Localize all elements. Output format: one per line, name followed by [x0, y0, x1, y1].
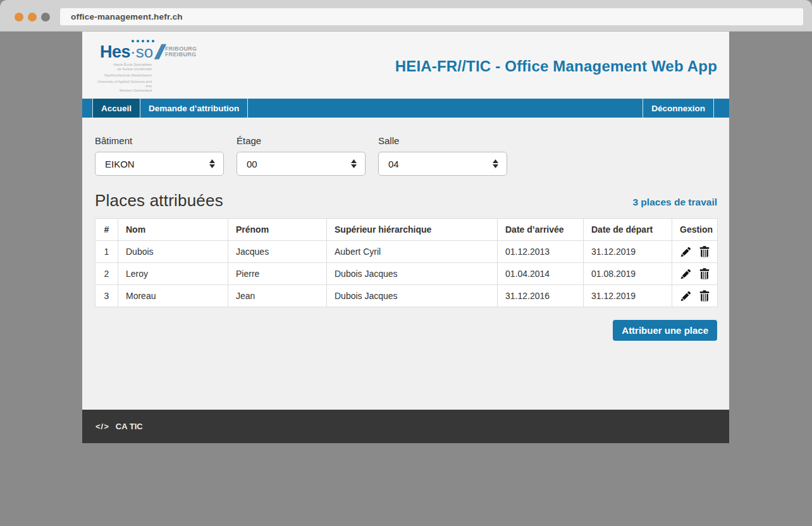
table-row: 1 Dubois Jacques Aubert Cyril 01.12.2013…	[95, 241, 718, 263]
select-stepper-icon	[351, 159, 357, 168]
etage-label: Étage	[237, 135, 366, 146]
etage-select[interactable]: 00	[237, 152, 366, 176]
logo-slashes-icon: //	[155, 44, 162, 61]
desktop-background: { "browser": { "url": "office-management…	[0, 0, 812, 526]
workplace-count-badge: 3 places de travail	[632, 197, 717, 211]
logo-brand-hes: Hes	[100, 45, 130, 59]
page-title: HEIA-FR//TIC - Office Management Web App	[395, 58, 717, 75]
hes-so-logo: Hes·so // FRIBOURG FREIBURG Haute École …	[95, 40, 228, 93]
nav-item-demande-attribution[interactable]: Demande d’attribution	[140, 99, 248, 118]
navbar-filler	[248, 99, 643, 118]
page-footer: </> CA TIC	[82, 410, 729, 443]
batiment-select[interactable]: EIKON	[95, 152, 224, 176]
filter-batiment: Bâtiment EIKON	[95, 135, 224, 176]
action-button-row: Attribuer une place	[95, 320, 717, 341]
logo-brand-so: ·so	[130, 45, 153, 59]
table-row: 2 Leroy Pierre Dubois Jacques 01.04.2014…	[95, 263, 718, 285]
attribuer-une-place-button[interactable]: Attribuer une place	[613, 320, 717, 341]
main-content: Bâtiment EIKON Étage 00	[82, 135, 729, 341]
filter-row: Bâtiment EIKON Étage 00	[95, 135, 717, 176]
batiment-select-value: EIKON	[105, 159, 209, 169]
etage-select-value: 00	[247, 159, 351, 169]
navbar-spacer	[82, 99, 93, 118]
salle-label: Salle	[378, 135, 507, 146]
address-bar[interactable]: office-management.hefr.ch	[60, 8, 803, 25]
delete-trash-icon[interactable]	[699, 290, 710, 302]
salle-select[interactable]: 04	[378, 152, 507, 176]
browser-chrome: office-management.hefr.ch	[0, 0, 812, 32]
edit-pencil-icon[interactable]	[680, 269, 691, 279]
delete-trash-icon[interactable]	[699, 246, 710, 257]
col-header-arrivee: Date d’arrivée	[498, 219, 584, 241]
select-stepper-icon	[493, 159, 498, 168]
section-header-row: Places attribuées 3 places de travail	[95, 191, 717, 211]
col-header-gestion: Gestion	[672, 219, 718, 241]
code-icon: </>	[95, 422, 109, 431]
window-zoom-button[interactable]	[41, 13, 50, 21]
select-stepper-icon	[209, 159, 215, 168]
col-header-prenom: Prénom	[228, 219, 327, 241]
delete-trash-icon[interactable]	[699, 268, 710, 279]
navbar-spacer-right	[714, 99, 729, 118]
edit-pencil-icon[interactable]	[680, 247, 691, 257]
salle-select-value: 04	[388, 159, 493, 169]
footer-label: CA TIC	[116, 422, 143, 431]
table-row: 3 Moreau Jean Dubois Jacques 31.12.2016 …	[95, 285, 718, 307]
filter-etage: Étage 00	[237, 135, 366, 176]
window-minimize-button[interactable]	[28, 13, 37, 21]
table-header-row: # Nom Prénom Supérieur hiérarchique Date…	[95, 219, 718, 241]
col-header-depart: Date de départ	[584, 219, 672, 241]
col-header-superieur: Supérieur hiérarchique	[327, 219, 498, 241]
page-header: Hes·so // FRIBOURG FREIBURG Haute École …	[82, 32, 729, 99]
logo-region: FRIBOURG FREIBURG	[165, 46, 197, 58]
col-header-num: #	[95, 219, 118, 241]
section-heading: Places attribuées	[95, 191, 223, 211]
filter-salle: Salle 04	[378, 135, 507, 176]
window-close-button[interactable]	[15, 13, 23, 21]
nav-item-deconnexion[interactable]: Déconnexion	[643, 99, 714, 118]
main-navbar: Accueil Demande d’attribution Déconnexio…	[82, 99, 729, 118]
batiment-label: Bâtiment	[95, 135, 224, 146]
address-bar-url: office-management.hefr.ch	[71, 12, 183, 21]
logo-dots-icon	[132, 40, 228, 42]
logo-subtitles: Haute École Spécialisée de Suisse occide…	[95, 63, 152, 93]
web-page: Hes·so // FRIBOURG FREIBURG Haute École …	[82, 32, 729, 443]
col-header-nom: Nom	[118, 219, 228, 241]
nav-item-accueil[interactable]: Accueil	[93, 99, 140, 118]
edit-pencil-icon[interactable]	[680, 291, 691, 302]
window-controls	[15, 13, 50, 21]
places-table: # Nom Prénom Supérieur hiérarchique Date…	[95, 218, 718, 307]
